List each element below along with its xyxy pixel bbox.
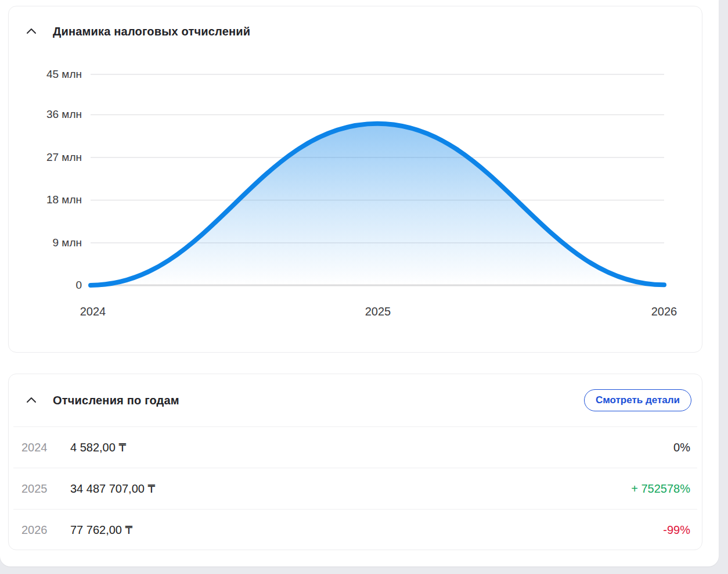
row-year: 2025: [21, 482, 70, 496]
years-card-title: Отчисления по годам: [53, 394, 179, 407]
y-axis-tick: 45 млн: [9, 67, 82, 81]
collapse-chart-section-button[interactable]: [24, 24, 39, 39]
chevron-up-icon: [24, 393, 38, 407]
years-table: 2024 4 582,00 ₸ 0% 2025 34 487 707,00 ₸ …: [9, 426, 702, 550]
y-axis-tick: 0: [9, 278, 82, 292]
x-axis-tick: 2025: [350, 304, 406, 319]
row-year: 2026: [21, 523, 70, 537]
row-amount: 4 582,00 ₸: [70, 440, 673, 454]
year-row-2026: 2026 77 762,00 ₸ -99%: [9, 510, 702, 550]
area-chart-canvas: [9, 6, 702, 352]
y-axis-tick: 18 млн: [9, 193, 82, 207]
row-amount: 34 487 707,00 ₸: [70, 482, 631, 496]
y-axis-tick: 36 млн: [9, 107, 82, 121]
x-axis-tick: 2026: [636, 304, 692, 319]
year-row-2024: 2024 4 582,00 ₸ 0%: [9, 427, 702, 468]
row-change-badge: -99%: [663, 523, 690, 537]
chart-card-title: Динамика налоговых отчислений: [53, 25, 250, 38]
row-change-badge: + 752578%: [631, 482, 690, 496]
view-details-button[interactable]: Смотреть детали: [584, 389, 691, 411]
row-year: 2024: [21, 441, 70, 454]
x-axis-tick: 2024: [65, 304, 121, 319]
row-change-badge: 0%: [673, 441, 690, 454]
yearly-deductions-card: Отчисления по годам Смотреть детали 2024…: [8, 374, 702, 550]
y-axis-tick: 27 млн: [9, 150, 82, 164]
area-fill: [91, 124, 664, 285]
y-axis-tick: 9 млн: [9, 236, 82, 250]
years-card-header: Отчисления по годам Смотреть детали: [24, 389, 691, 411]
content-panel: 45 млн 36 млн 27 млн 18 млн 9 млн 0 2024…: [0, 0, 719, 566]
collapse-years-section-button[interactable]: [24, 393, 39, 408]
year-row-2025: 2025 34 487 707,00 ₸ + 752578%: [9, 468, 702, 509]
tax-dynamics-card: 45 млн 36 млн 27 млн 18 млн 9 млн 0 2024…: [8, 6, 702, 353]
row-amount: 77 762,00 ₸: [70, 523, 663, 537]
chevron-up-icon: [24, 24, 38, 38]
chart-card-header: Динамика налоговых отчислений: [24, 20, 691, 42]
